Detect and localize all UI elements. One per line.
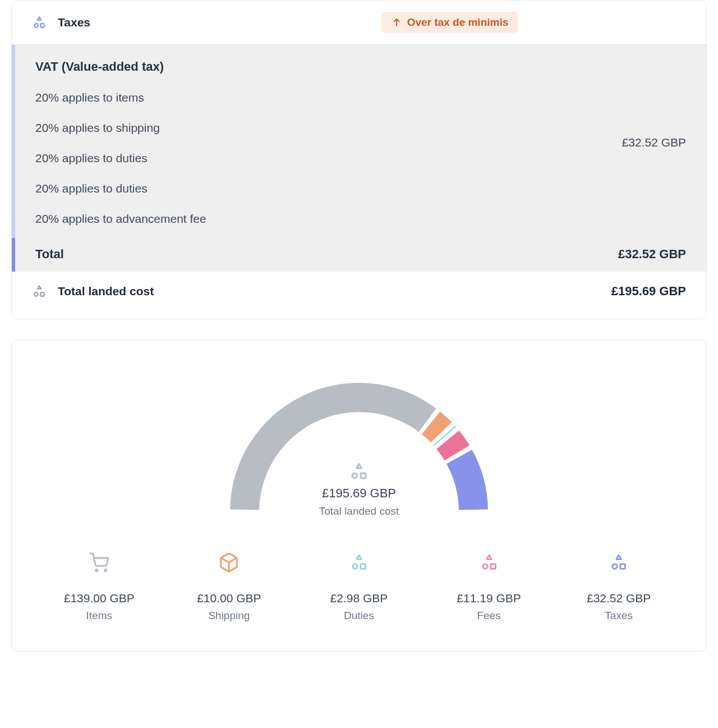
legend-shipping-amount: £10.00 GBP bbox=[197, 592, 261, 605]
vat-line: 20% applies to shipping bbox=[35, 121, 206, 135]
de-minimis-badge: Over tax de minimis bbox=[381, 12, 519, 33]
cart-icon bbox=[89, 549, 110, 576]
shapes-icon bbox=[480, 549, 499, 576]
legend-shipping: £10.00 GBP Shipping bbox=[167, 549, 292, 622]
svg-point-8 bbox=[104, 570, 106, 571]
box-icon bbox=[218, 549, 240, 576]
svg-point-3 bbox=[34, 292, 38, 296]
svg-rect-11 bbox=[361, 564, 366, 569]
de-minimis-badge-text: Over tax de minimis bbox=[407, 16, 509, 29]
taxes-total-value: £32.52 GBP bbox=[618, 247, 686, 262]
legend-fees-amount: £11.19 GBP bbox=[457, 592, 521, 605]
svg-point-12 bbox=[482, 564, 487, 569]
landed-cost-row: Total landed cost £195.69 GBP bbox=[12, 272, 706, 319]
arrow-up-icon bbox=[392, 17, 402, 28]
svg-rect-4 bbox=[40, 292, 44, 296]
legend-duties-amount: £2.98 GBP bbox=[330, 592, 388, 605]
svg-point-7 bbox=[95, 570, 97, 571]
legend-fees-label: Fees bbox=[477, 610, 500, 622]
shapes-icon bbox=[609, 549, 628, 576]
taxes-card: Taxes Over tax de minimis VAT (Value-add… bbox=[11, 0, 707, 319]
vat-line: 20% applies to items bbox=[35, 91, 206, 104]
svg-point-14 bbox=[613, 564, 618, 569]
gauge-chart: £195.69 GBP Total landed cost bbox=[36, 372, 682, 518]
svg-rect-6 bbox=[361, 473, 366, 478]
shapes-icon bbox=[32, 15, 47, 30]
legend-duties: £2.98 GBP Duties bbox=[296, 549, 422, 622]
vat-block: VAT (Value-added tax) 20% applies to ite… bbox=[12, 45, 706, 238]
shapes-icon bbox=[349, 461, 369, 482]
svg-rect-15 bbox=[620, 564, 625, 569]
svg-rect-1 bbox=[40, 24, 44, 27]
taxes-total-row: Total £32.52 GBP bbox=[12, 238, 706, 272]
taxes-title: Taxes bbox=[58, 16, 90, 29]
vat-line: 20% applies to duties bbox=[35, 152, 206, 165]
gauge-center-label: Total landed cost bbox=[319, 505, 399, 518]
gauge-center-amount: £195.69 GBP bbox=[322, 486, 396, 501]
taxes-total-label: Total bbox=[35, 247, 64, 262]
legend-taxes-amount: £32.52 GBP bbox=[587, 592, 651, 605]
vat-title: VAT (Value-added tax) bbox=[35, 59, 206, 74]
legend-taxes-label: Taxes bbox=[605, 610, 633, 622]
vat-line: 20% applies to advancement fee bbox=[35, 212, 206, 226]
legend-items-label: Items bbox=[86, 610, 112, 622]
vat-lines: VAT (Value-added tax) 20% applies to ite… bbox=[35, 59, 206, 226]
legend-items: £139.00 GBP Items bbox=[36, 549, 162, 622]
legend-shipping-label: Shipping bbox=[208, 610, 250, 622]
landed-cost-value: £195.69 GBP bbox=[611, 284, 686, 299]
shapes-icon bbox=[32, 284, 47, 299]
legend-items-amount: £139.00 GBP bbox=[64, 592, 135, 605]
shapes-icon bbox=[349, 549, 369, 576]
breakdown-card: £195.69 GBP Total landed cost £139.00 GB… bbox=[11, 340, 707, 652]
svg-rect-13 bbox=[490, 564, 495, 569]
breakdown-legend: £139.00 GBP Items £10.00 GBP Shipping £2… bbox=[36, 549, 682, 622]
legend-fees: £11.19 GBP Fees bbox=[426, 549, 552, 622]
legend-taxes: £32.52 GBP Taxes bbox=[556, 549, 682, 622]
svg-point-5 bbox=[352, 473, 357, 478]
svg-point-10 bbox=[353, 564, 358, 569]
svg-point-0 bbox=[34, 24, 38, 27]
legend-duties-label: Duties bbox=[344, 610, 374, 622]
vat-amount: £32.52 GBP bbox=[622, 136, 686, 149]
gauge-center: £195.69 GBP Total landed cost bbox=[219, 461, 499, 518]
landed-cost-label: Total landed cost bbox=[58, 285, 154, 298]
taxes-header: Taxes Over tax de minimis bbox=[12, 1, 706, 45]
vat-line: 20% applies to duties bbox=[35, 182, 206, 195]
